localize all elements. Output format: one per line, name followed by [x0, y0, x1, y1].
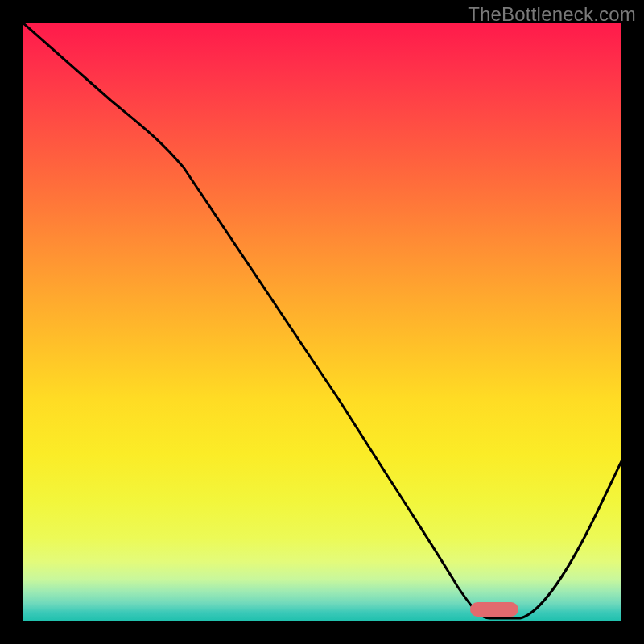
bottleneck-curve [23, 23, 621, 618]
curve-overlay [23, 23, 621, 621]
chart-frame: TheBottleneck.com [0, 0, 644, 644]
watermark-text: TheBottleneck.com [468, 3, 636, 26]
optimum-marker [470, 602, 518, 617]
plot-area [23, 23, 621, 621]
